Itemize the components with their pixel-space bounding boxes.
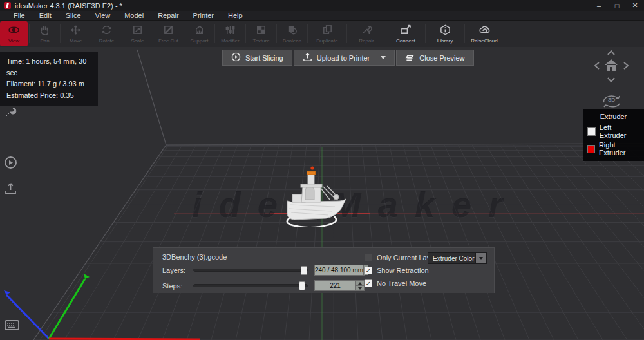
tool-modifier[interactable]: Modifier: [216, 21, 244, 47]
export-icon[interactable]: [4, 182, 17, 198]
viewport-3d[interactable]: ideaMaker Time: 1 hours, 54 min, 30 sec …: [0, 47, 644, 340]
layers-row: Layers: 240 / 48.100 mm: [162, 265, 365, 276]
pan-up-arrow[interactable]: [607, 50, 616, 55]
main-toolbar: View Pan Move Rotate Scale Free Cut Supp…: [0, 21, 644, 47]
pan-left-arrow[interactable]: [594, 61, 600, 70]
texture-icon: [255, 24, 267, 37]
steps-value-box: 221: [314, 280, 365, 291]
menu-file[interactable]: File: [6, 11, 32, 20]
rotate-3d-icon[interactable]: 3D: [599, 91, 625, 108]
no-travel-move-checkbox[interactable]: ✓: [365, 279, 372, 287]
settings-wrench-icon[interactable]: [4, 105, 18, 122]
only-current-layer-checkbox[interactable]: [365, 254, 372, 261]
pan-right-arrow[interactable]: [623, 61, 629, 70]
tool-library[interactable]: Library: [427, 21, 463, 47]
stat-filament: Filament: 11.7 g / 3.93 m: [6, 79, 91, 90]
wrench-plus-icon: [361, 24, 373, 37]
raisecloud-icon: [478, 24, 491, 37]
menu-slice[interactable]: Slice: [59, 11, 88, 20]
layers-value[interactable]: 240 / 48.100 mm: [315, 265, 363, 275]
tool-boolean[interactable]: Boolean: [278, 21, 306, 47]
menu-help[interactable]: Help: [221, 11, 250, 20]
ideamaker-window: ideaMaker 4.3.1 (RAISE3D E2) - * – □ ✕ F…: [0, 0, 644, 340]
extruder-legend: Extruder Left Extruder Right Extruder: [583, 109, 644, 161]
steps-slider-handle[interactable]: [299, 281, 305, 290]
library-hexagon-icon: [439, 24, 451, 37]
pan-down-arrow[interactable]: [607, 77, 616, 82]
layers-slider-handle[interactable]: [301, 266, 307, 275]
layers-slider[interactable]: [193, 269, 308, 272]
left-extruder-row[interactable]: Left Extruder: [587, 124, 639, 139]
home-view-icon[interactable]: [603, 57, 620, 74]
free-cut-icon: [162, 24, 175, 37]
stat-time: Time: 1 hours, 54 min, 30 sec: [6, 56, 91, 79]
upload-to-printer-button[interactable]: Upload to Printer: [294, 50, 395, 66]
move-arrows-icon: [70, 24, 82, 37]
menu-edit[interactable]: Edit: [32, 11, 59, 20]
right-extruder-swatch: [587, 145, 595, 153]
left-extruder-swatch: [587, 128, 596, 136]
no-travel-move-option[interactable]: ✓ No Travel Move: [365, 279, 426, 287]
minimize-button[interactable]: –: [590, 0, 608, 11]
menu-model[interactable]: Model: [117, 11, 151, 20]
maximize-button[interactable]: □: [608, 0, 626, 11]
steps-value[interactable]: 221: [315, 281, 355, 290]
tool-move[interactable]: Move: [62, 21, 90, 47]
tool-view[interactable]: View: [0, 21, 28, 46]
show-retraction-checkbox[interactable]: ✓: [365, 267, 372, 274]
right-extruder-row[interactable]: Right Extruder: [587, 141, 639, 156]
eye-icon: [8, 24, 20, 37]
tool-rotate[interactable]: Rotate: [93, 21, 120, 47]
window-controls: – □ ✕: [590, 0, 644, 11]
upload-icon: [303, 52, 312, 63]
steps-slider[interactable]: [193, 284, 308, 287]
duplicate-icon: [321, 24, 334, 37]
tool-repair[interactable]: Repair: [348, 21, 384, 47]
view-navigation: [591, 48, 631, 91]
app-logo-icon: [4, 2, 11, 9]
menu-view[interactable]: View: [88, 11, 118, 20]
preview-actions: Start Slicing Upload to Printer Close Pr…: [222, 50, 474, 66]
slice-stats-panel: Time: 1 hours, 54 min, 30 sec Filament: …: [0, 52, 98, 106]
scale-icon: [131, 24, 144, 37]
tool-raisecloud[interactable]: RaiseCloud: [466, 21, 502, 47]
title-bar: ideaMaker 4.3.1 (RAISE3D E2) - * – □ ✕: [0, 0, 644, 11]
svg-text:3D: 3D: [608, 97, 616, 103]
stat-price: Estimated Price: 0.35: [6, 90, 91, 102]
hand-icon: [39, 24, 51, 37]
boolean-icon: [286, 24, 298, 37]
tool-texture[interactable]: Texture: [247, 21, 275, 47]
support-icon: [193, 24, 205, 37]
menu-repair[interactable]: Repair: [151, 11, 185, 20]
menu-bar: File Edit Slice View Model Repair Printe…: [0, 11, 644, 21]
tool-connect[interactable]: Connect: [388, 21, 424, 47]
only-current-layer-option[interactable]: Only Current Layer: [365, 254, 437, 261]
tool-support[interactable]: Support: [185, 21, 213, 47]
close-preview-button[interactable]: Close Preview: [396, 50, 473, 66]
tool-pan[interactable]: Pan: [31, 21, 59, 47]
tool-scale[interactable]: Scale: [124, 21, 151, 47]
model-3dbenchy[interactable]: [277, 165, 358, 227]
layers-value-box: 240 / 48.100 mm: [314, 265, 365, 276]
window-title: ideaMaker 4.3.1 (RAISE3D E2) - *: [15, 2, 122, 10]
dropdown-caret-button[interactable]: [475, 253, 486, 263]
menu-printer[interactable]: Printer: [186, 11, 221, 20]
steps-spin-down[interactable]: [355, 285, 364, 290]
keyboard-shortcuts-icon[interactable]: [5, 320, 19, 333]
tool-duplicate[interactable]: Duplicate: [309, 21, 345, 47]
rotate-arrows-icon: [100, 24, 113, 37]
layers-icon: [405, 52, 415, 63]
close-button[interactable]: ✕: [626, 0, 644, 11]
play-preview-icon[interactable]: [4, 156, 17, 172]
tool-freecut[interactable]: Free Cut: [155, 21, 182, 47]
steps-label: Steps:: [162, 282, 193, 290]
steps-row: Steps: 221: [162, 280, 365, 291]
steps-spin-up[interactable]: [355, 281, 364, 285]
start-slicing-button[interactable]: Start Slicing: [222, 50, 292, 66]
upload-dropdown-caret[interactable]: [381, 56, 386, 59]
layer-preview-panel: 3DBenchy (3).gcode Layers: 240 / 48.100 …: [153, 247, 495, 293]
color-mode-dropdown[interactable]: Extruder Color: [428, 252, 487, 264]
extruder-title: Extruder: [587, 113, 639, 120]
show-retraction-option[interactable]: ✓ Show Retraction: [365, 267, 429, 274]
connect-printer-icon: [400, 24, 412, 37]
